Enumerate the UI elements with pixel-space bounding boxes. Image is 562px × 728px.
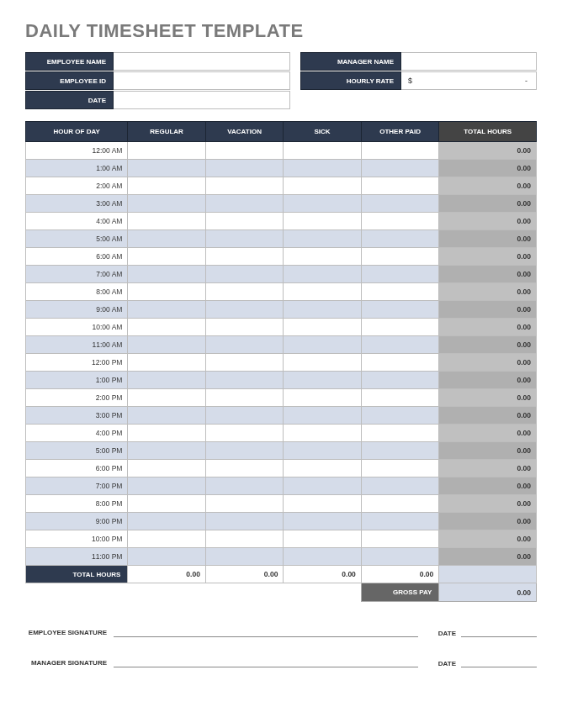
sick-cell[interactable]: [284, 266, 361, 283]
other-cell[interactable]: [361, 477, 438, 495]
vacation-cell[interactable]: [205, 195, 283, 213]
other-cell[interactable]: [361, 530, 438, 548]
vacation-cell[interactable]: [205, 513, 283, 530]
vacation-cell[interactable]: [205, 301, 283, 319]
sick-cell[interactable]: [284, 495, 361, 513]
sick-cell[interactable]: [284, 336, 361, 354]
other-cell[interactable]: [361, 248, 438, 266]
employee-signature-line[interactable]: [114, 622, 418, 637]
sick-cell[interactable]: [284, 195, 361, 213]
other-cell[interactable]: [361, 213, 438, 230]
vacation-cell[interactable]: [205, 425, 283, 442]
employee-sig-date-line[interactable]: [461, 622, 537, 637]
regular-cell[interactable]: [128, 354, 205, 372]
regular-cell[interactable]: [128, 160, 205, 177]
regular-cell[interactable]: [128, 530, 205, 548]
vacation-cell[interactable]: [205, 319, 283, 336]
vacation-cell[interactable]: [205, 160, 283, 177]
manager-sig-date-line[interactable]: [461, 652, 537, 667]
regular-cell[interactable]: [128, 230, 205, 248]
sick-cell[interactable]: [284, 477, 361, 495]
regular-cell[interactable]: [128, 389, 205, 407]
vacation-cell[interactable]: [205, 372, 283, 389]
sick-cell[interactable]: [284, 177, 361, 195]
regular-cell[interactable]: [128, 442, 205, 460]
other-cell[interactable]: [361, 495, 438, 513]
vacation-cell[interactable]: [205, 389, 283, 407]
vacation-cell[interactable]: [205, 495, 283, 513]
regular-cell[interactable]: [128, 301, 205, 319]
other-cell[interactable]: [361, 177, 438, 195]
manager-name-input[interactable]: [401, 52, 537, 71]
sick-cell[interactable]: [284, 389, 361, 407]
other-cell[interactable]: [361, 319, 438, 336]
regular-cell[interactable]: [128, 142, 205, 160]
other-cell[interactable]: [361, 407, 438, 425]
sick-cell[interactable]: [284, 301, 361, 319]
sick-cell[interactable]: [284, 442, 361, 460]
other-cell[interactable]: [361, 442, 438, 460]
regular-cell[interactable]: [128, 513, 205, 530]
date-input[interactable]: [114, 91, 290, 109]
vacation-cell[interactable]: [205, 248, 283, 266]
vacation-cell[interactable]: [205, 266, 283, 283]
other-cell[interactable]: [361, 283, 438, 301]
sick-cell[interactable]: [284, 319, 361, 336]
vacation-cell[interactable]: [205, 548, 283, 566]
other-cell[interactable]: [361, 425, 438, 442]
other-cell[interactable]: [361, 230, 438, 248]
other-cell[interactable]: [361, 142, 438, 160]
regular-cell[interactable]: [128, 248, 205, 266]
vacation-cell[interactable]: [205, 477, 283, 495]
vacation-cell[interactable]: [205, 336, 283, 354]
sick-cell[interactable]: [284, 142, 361, 160]
other-cell[interactable]: [361, 513, 438, 530]
other-cell[interactable]: [361, 160, 438, 177]
regular-cell[interactable]: [128, 407, 205, 425]
regular-cell[interactable]: [128, 460, 205, 477]
employee-name-input[interactable]: [114, 52, 290, 71]
vacation-cell[interactable]: [205, 213, 283, 230]
sick-cell[interactable]: [284, 213, 361, 230]
vacation-cell[interactable]: [205, 142, 283, 160]
sick-cell[interactable]: [284, 460, 361, 477]
vacation-cell[interactable]: [205, 354, 283, 372]
other-cell[interactable]: [361, 336, 438, 354]
sick-cell[interactable]: [284, 530, 361, 548]
regular-cell[interactable]: [128, 177, 205, 195]
vacation-cell[interactable]: [205, 530, 283, 548]
hourly-rate-input[interactable]: $ -: [401, 71, 537, 90]
sick-cell[interactable]: [284, 513, 361, 530]
sick-cell[interactable]: [284, 248, 361, 266]
employee-id-input[interactable]: [114, 71, 290, 90]
other-cell[interactable]: [361, 460, 438, 477]
other-cell[interactable]: [361, 354, 438, 372]
vacation-cell[interactable]: [205, 283, 283, 301]
sick-cell[interactable]: [284, 283, 361, 301]
vacation-cell[interactable]: [205, 230, 283, 248]
sick-cell[interactable]: [284, 230, 361, 248]
vacation-cell[interactable]: [205, 177, 283, 195]
regular-cell[interactable]: [128, 266, 205, 283]
sick-cell[interactable]: [284, 407, 361, 425]
regular-cell[interactable]: [128, 213, 205, 230]
regular-cell[interactable]: [128, 336, 205, 354]
vacation-cell[interactable]: [205, 460, 283, 477]
sick-cell[interactable]: [284, 354, 361, 372]
other-cell[interactable]: [361, 266, 438, 283]
regular-cell[interactable]: [128, 477, 205, 495]
regular-cell[interactable]: [128, 495, 205, 513]
regular-cell[interactable]: [128, 425, 205, 442]
regular-cell[interactable]: [128, 195, 205, 213]
other-cell[interactable]: [361, 548, 438, 566]
regular-cell[interactable]: [128, 372, 205, 389]
vacation-cell[interactable]: [205, 407, 283, 425]
other-cell[interactable]: [361, 301, 438, 319]
manager-signature-line[interactable]: [114, 652, 418, 667]
sick-cell[interactable]: [284, 548, 361, 566]
other-cell[interactable]: [361, 195, 438, 213]
sick-cell[interactable]: [284, 372, 361, 389]
regular-cell[interactable]: [128, 548, 205, 566]
sick-cell[interactable]: [284, 160, 361, 177]
other-cell[interactable]: [361, 389, 438, 407]
